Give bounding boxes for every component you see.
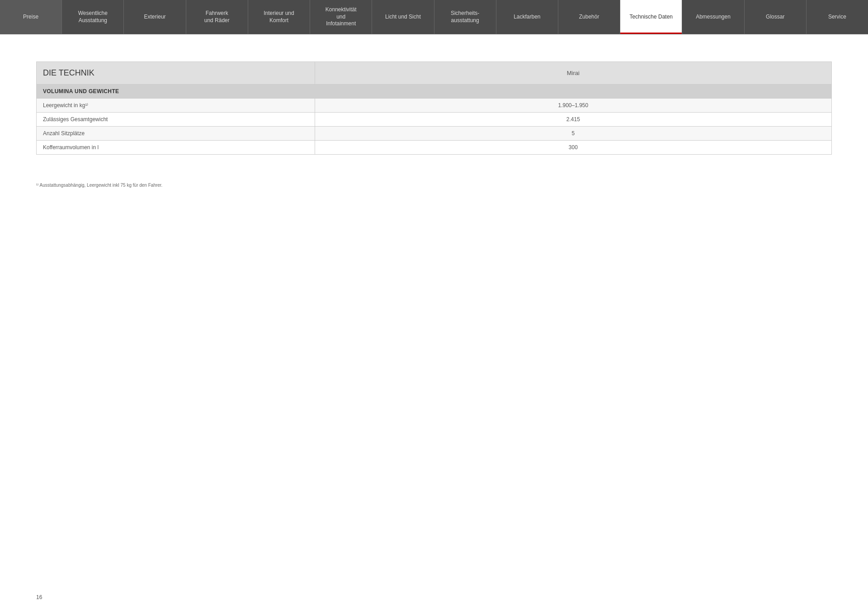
row-label: Zulässiges Gesamtgewicht xyxy=(37,113,315,127)
row-value: 1.900–1.950 xyxy=(315,99,831,113)
page-number: 16 xyxy=(36,594,42,600)
nav-item-1[interactable]: WesentlicheAusstattung xyxy=(62,0,124,34)
section-header-row: VOLUMINA UND GEWICHTE xyxy=(37,85,832,99)
footnote: ¹⁾ Ausstattungsabhängig, Leergewicht ink… xyxy=(36,182,832,189)
nav-item-3[interactable]: Fahrwerkund Räder xyxy=(186,0,248,34)
table-title: DIE TECHNIK xyxy=(37,62,315,85)
table-row: Kofferraumvolumen in l 300 xyxy=(37,141,832,155)
model-header: Mirai xyxy=(315,62,831,85)
nav-item-6[interactable]: Licht und Sicht xyxy=(372,0,434,34)
nav-item-0[interactable]: Preise xyxy=(0,0,62,34)
nav-item-2[interactable]: Exterieur xyxy=(124,0,186,34)
nav-item-9[interactable]: Zubehör xyxy=(558,0,620,34)
nav-item-7[interactable]: Sicherheits-ausstattung xyxy=(434,0,496,34)
table-row: Zulässiges Gesamtgewicht 2.415 xyxy=(37,113,832,127)
nav-item-13[interactable]: Service xyxy=(807,0,868,34)
nav-item-11[interactable]: Abmessungen xyxy=(682,0,744,34)
navigation-bar: PreiseWesentlicheAusstattungExterieurFah… xyxy=(0,0,868,34)
table-title-row: DIE TECHNIK Mirai xyxy=(37,62,832,85)
row-label: Kofferraumvolumen in l xyxy=(37,141,315,155)
nav-item-10[interactable]: Technische Daten xyxy=(620,0,682,34)
row-value: 300 xyxy=(315,141,831,155)
nav-item-4[interactable]: Interieur undKomfort xyxy=(248,0,310,34)
row-label: Anzahl Sitzplätze xyxy=(37,127,315,141)
row-value: 2.415 xyxy=(315,113,831,127)
nav-item-12[interactable]: Glossar xyxy=(745,0,807,34)
row-value: 5 xyxy=(315,127,831,141)
main-content: DIE TECHNIK Mirai VOLUMINA UND GEWICHTE … xyxy=(0,34,868,207)
table-row: Leergewicht in kg¹⁾ 1.900–1.950 xyxy=(37,99,832,113)
nav-item-8[interactable]: Lackfarben xyxy=(496,0,558,34)
table-row: Anzahl Sitzplätze 5 xyxy=(37,127,832,141)
section-label: VOLUMINA UND GEWICHTE xyxy=(37,85,832,99)
technical-data-table: DIE TECHNIK Mirai VOLUMINA UND GEWICHTE … xyxy=(36,61,832,155)
row-label: Leergewicht in kg¹⁾ xyxy=(37,99,315,113)
nav-item-5[interactable]: KonnektivitätundInfotainment xyxy=(310,0,372,34)
